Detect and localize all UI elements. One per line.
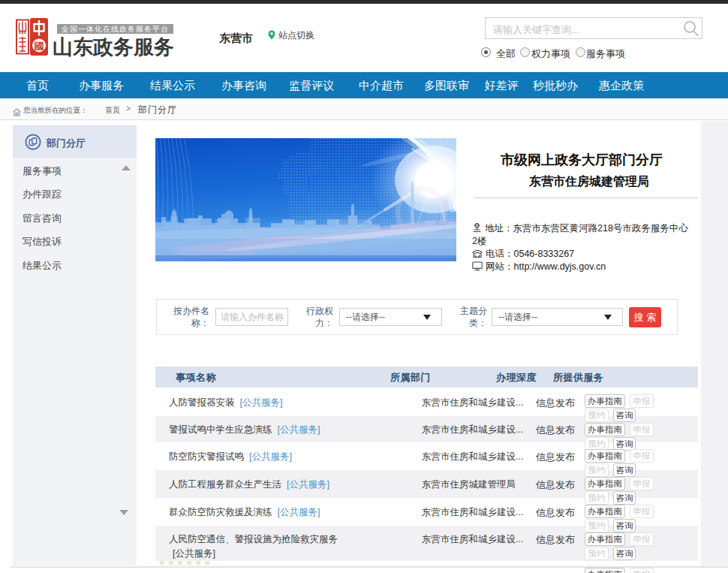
svg-text:國: 國 <box>35 41 44 52</box>
